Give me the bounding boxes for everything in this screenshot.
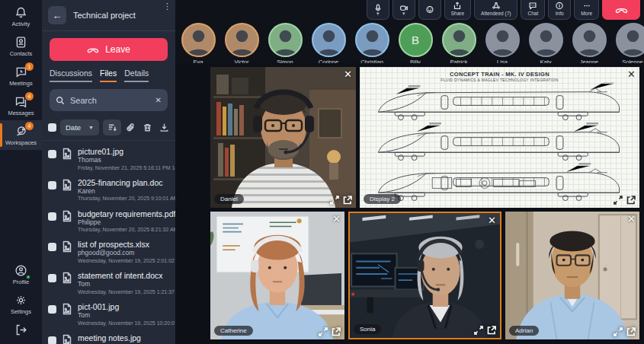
file-meta: Friday, November 21, 2025 5:16:11 PM 142… (78, 164, 175, 171)
sidebar-item-meetings[interactable]: 1 Meetings (0, 61, 42, 91)
file-checkbox[interactable] (48, 274, 56, 282)
trash-icon[interactable] (143, 123, 152, 132)
file-checkbox[interactable] (48, 243, 56, 251)
close-icon[interactable]: ✕ (488, 215, 496, 225)
chevron-down-icon[interactable]: ▼ (376, 12, 380, 15)
participant[interactable]: B Billy (397, 23, 434, 65)
clear-search-icon[interactable]: ✕ (155, 96, 162, 104)
more-button[interactable]: More (574, 0, 599, 20)
popout-icon[interactable] (343, 196, 352, 205)
paperclip-icon[interactable] (126, 123, 136, 132)
video-tile-sonia[interactable]: ✕ Sonia (348, 212, 501, 339)
sidebar-item-messages[interactable]: 4 Messages (0, 91, 42, 120)
file-row[interactable]: statement of intent.docx Tom Wednesday, … (42, 267, 175, 298)
file-checkbox[interactable] (48, 150, 56, 158)
expand-icon[interactable] (330, 196, 339, 205)
participant[interactable]: Christian (354, 23, 390, 65)
tab-files[interactable]: Files (100, 68, 117, 82)
participant[interactable]: Victor (223, 23, 260, 65)
avatar (442, 23, 476, 57)
file-checkbox[interactable] (48, 305, 56, 314)
sidebar-item-workspaces[interactable]: 4 Workspaces (0, 120, 42, 150)
file-row[interactable]: list of prospects.xlsx phgood@good.com W… (42, 236, 175, 267)
leave-button[interactable]: Leave (50, 38, 168, 61)
expand-icon[interactable] (319, 327, 328, 336)
expand-icon[interactable] (614, 196, 623, 205)
participant[interactable]: Corinne (310, 23, 347, 65)
sidebar-item-profile[interactable]: Profile (0, 260, 42, 289)
share-label: Share (451, 11, 464, 17)
back-button[interactable]: ← (48, 6, 66, 24)
camera-button[interactable]: ▼ (392, 0, 415, 20)
expand-icon[interactable] (614, 327, 623, 336)
panel-header: ← Technical project ⋮ (42, 0, 175, 31)
chat-button[interactable]: Chat (521, 0, 545, 20)
file-checkbox[interactable] (48, 181, 56, 190)
online-status-dot (26, 275, 30, 279)
close-icon[interactable]: ✕ (344, 69, 352, 79)
participant[interactable]: Eva (180, 23, 216, 65)
attendees-button[interactable]: Attendeed (7) (474, 0, 517, 20)
file-row[interactable]: pict-001.jpg Tom Wednesday, November 19,… (42, 298, 175, 330)
avatar (268, 23, 303, 57)
popout-icon[interactable] (332, 327, 341, 336)
tile-name-badge: Adrian (509, 326, 539, 336)
participant[interactable]: Katy (527, 23, 564, 65)
participant[interactable]: Patrick (441, 23, 477, 65)
logout-button[interactable] (0, 319, 42, 344)
popout-icon[interactable] (626, 196, 636, 205)
sidebar-item-settings[interactable]: Settings (0, 289, 42, 319)
file-meta: Wednesday, November 19, 2025 10:20:07 AM… (78, 320, 175, 326)
sort-by-dropdown[interactable]: Date ▼ (60, 119, 99, 135)
popout-icon[interactable] (487, 326, 496, 335)
chevron-down-icon[interactable]: ▼ (402, 12, 406, 15)
popout-icon[interactable] (626, 327, 636, 336)
participant[interactable]: Jeanne (571, 23, 607, 65)
avatar-photo (357, 24, 388, 56)
file-meta: Thursday, November 20, 2025 9:10:01 AM 7… (78, 195, 175, 202)
file-row[interactable]: 2025-financing plan.doc Karen Thursday, … (42, 174, 175, 205)
file-info: 2025-financing plan.doc Karen Thursday, … (78, 178, 175, 202)
share-button[interactable]: Share (444, 0, 471, 20)
video-tile-daniel[interactable]: ✕ Daniel (210, 67, 356, 208)
hangup-icon (87, 45, 99, 54)
contacts-icon (14, 36, 27, 49)
expand-icon[interactable] (474, 326, 483, 335)
more-options-icon[interactable]: ⋮ (163, 2, 171, 11)
file-row[interactable]: budgetary requirements.pdf Philippe Thur… (42, 205, 175, 237)
file-row[interactable]: picture01.jpg Thomas Friday, November 21… (42, 143, 175, 174)
microphone-button[interactable]: ▼ (367, 0, 389, 20)
video-tile-catherine[interactable]: ✕ Catherine (210, 212, 344, 339)
participant[interactable]: Simon (267, 23, 303, 65)
avatar-initial: B (412, 33, 419, 46)
sidebar-item-contacts[interactable]: Contacts (0, 31, 42, 61)
file-date: Thursday, November 20, 2025 9:10:01 AM (78, 196, 175, 201)
file-row[interactable]: meeting notes.jpg Tom Wednesday, Novembe… (42, 330, 175, 344)
file-checkbox[interactable] (48, 212, 56, 221)
sidebar-item-label: Workspaces (5, 139, 37, 146)
avatar-photo (444, 24, 475, 56)
info-button[interactable]: Info (548, 0, 571, 20)
sort-order-button[interactable] (103, 119, 121, 135)
tab-discussions[interactable]: Discussions (50, 68, 92, 82)
reactions-button[interactable] (418, 0, 441, 20)
participant[interactable]: Lisa (484, 23, 521, 65)
sidebar-item-activity[interactable]: Activity (0, 2, 42, 31)
search-input[interactable] (70, 96, 150, 105)
file-checkbox[interactable] (48, 336, 56, 344)
participant[interactable]: Solenne (614, 23, 644, 65)
download-icon[interactable] (159, 123, 169, 132)
video-row-bottom: ✕ Catherine (210, 212, 639, 339)
close-icon[interactable]: ✕ (627, 214, 636, 224)
video-tile-display2[interactable]: CONCEPT TRAIN - MK. IV DESIGN FLUID DYNA… (360, 67, 639, 208)
select-all-checkbox[interactable] (48, 123, 56, 132)
end-call-button[interactable] (602, 0, 640, 20)
close-icon[interactable]: ✕ (627, 69, 636, 79)
avatar (572, 23, 607, 57)
sidebar-item-label: Messages (8, 110, 34, 116)
close-icon[interactable]: ✕ (332, 214, 341, 224)
tab-details[interactable]: Details (124, 68, 149, 82)
file-info: statement of intent.docx Tom Wednesday, … (78, 271, 175, 295)
logout-icon (14, 323, 27, 336)
video-tile-adrian[interactable]: ✕ Adrian (505, 212, 639, 339)
